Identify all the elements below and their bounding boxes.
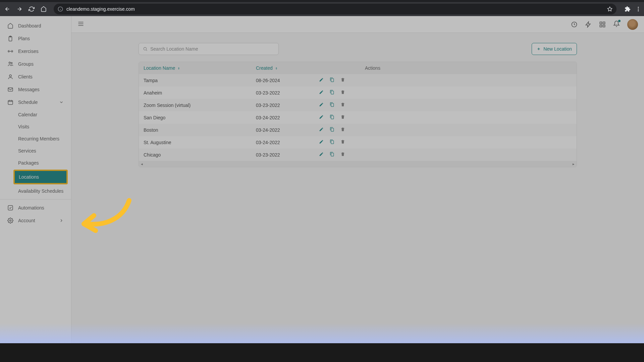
copy-button[interactable] xyxy=(330,127,334,133)
th-created[interactable]: Created xyxy=(256,65,365,71)
table-row: Zoom Session (virtual)03-23-2022 xyxy=(139,99,577,111)
sidebar-item-automations[interactable]: Automations xyxy=(0,201,71,214)
info-icon xyxy=(58,6,63,12)
delete-button[interactable] xyxy=(340,90,345,96)
edit-button[interactable] xyxy=(319,77,324,83)
delete-button[interactable] xyxy=(340,127,345,133)
delete-button[interactable] xyxy=(340,77,345,83)
edit-button[interactable] xyxy=(319,115,324,120)
notifications-button[interactable] xyxy=(613,20,620,28)
delete-button[interactable] xyxy=(340,102,345,108)
table-row: Tampa08-26-2024 xyxy=(139,74,577,86)
sidebar-item-label: Automations xyxy=(18,205,44,210)
svg-rect-12 xyxy=(8,205,13,210)
table-row: St. Augustine03-24-2022 xyxy=(139,136,577,148)
svg-point-8 xyxy=(11,62,12,64)
new-location-button[interactable]: New Location xyxy=(532,43,577,55)
svg-point-2 xyxy=(638,7,639,8)
cell-created: 08-26-2024 xyxy=(256,78,319,83)
cell-created: 03-23-2022 xyxy=(256,152,319,158)
bolt-icon[interactable] xyxy=(585,21,592,28)
sidebar-sub-visits[interactable]: Visits xyxy=(0,121,71,133)
cell-created: 03-24-2022 xyxy=(256,115,319,120)
forward-button[interactable] xyxy=(15,4,24,14)
sidebar-sub-availability[interactable]: Availability Schedules xyxy=(0,185,71,197)
edit-button[interactable] xyxy=(319,102,324,108)
sidebar-item-label: Exercises xyxy=(18,49,39,54)
edit-button[interactable] xyxy=(319,127,324,133)
sidebar-sub-packages[interactable]: Packages xyxy=(0,157,71,169)
th-actions: Actions xyxy=(365,65,380,71)
sidebar-sub-recurring[interactable]: Recurring Members xyxy=(0,133,71,145)
scroll-left-icon[interactable]: ◂ xyxy=(141,162,143,166)
sidebar-sub-calendar[interactable]: Calendar xyxy=(0,109,71,121)
cell-name: Chicago xyxy=(144,152,256,158)
sidebar-item-clients[interactable]: Clients xyxy=(0,70,71,83)
cell-name: Tampa xyxy=(144,78,256,83)
svg-point-7 xyxy=(9,62,11,64)
copy-button[interactable] xyxy=(330,139,334,145)
copy-button[interactable] xyxy=(330,115,334,120)
cell-name: St. Augustine xyxy=(144,140,256,145)
edit-button[interactable] xyxy=(319,139,324,145)
browser-toolbar: cleandemo.staging.exercise.com xyxy=(0,2,644,16)
user-icon xyxy=(7,74,13,80)
sidebar-item-plans[interactable]: Plans xyxy=(0,32,71,45)
copy-button[interactable] xyxy=(330,152,334,158)
th-location-name[interactable]: Location Name xyxy=(144,65,256,71)
url-text: cleandemo.staging.exercise.com xyxy=(66,6,135,12)
sidebar-sub-services[interactable]: Services xyxy=(0,145,71,157)
avatar[interactable] xyxy=(627,19,638,30)
star-icon[interactable] xyxy=(607,6,612,12)
dumbbell-icon xyxy=(7,48,13,54)
svg-point-19 xyxy=(144,47,146,50)
copy-button[interactable] xyxy=(330,77,334,83)
reload-button[interactable] xyxy=(27,4,36,14)
edit-button[interactable] xyxy=(319,90,324,96)
copy-button[interactable] xyxy=(330,102,334,108)
svg-rect-11 xyxy=(8,101,13,105)
check-icon xyxy=(7,205,13,211)
calendar-icon xyxy=(7,99,13,105)
svg-rect-18 xyxy=(603,25,605,27)
clipboard-icon xyxy=(7,36,13,42)
sidebar-item-dashboard[interactable]: Dashboard xyxy=(0,19,71,32)
extensions-icon[interactable] xyxy=(625,6,631,12)
back-button[interactable] xyxy=(3,4,12,14)
sidebar-item-messages[interactable]: Messages xyxy=(0,83,71,96)
delete-button[interactable] xyxy=(340,152,345,158)
groups-icon xyxy=(7,61,13,67)
copy-button[interactable] xyxy=(330,90,334,96)
sidebar-item-groups[interactable]: Groups xyxy=(0,58,71,70)
search-input-wrap[interactable] xyxy=(139,43,279,55)
search-icon xyxy=(143,47,148,51)
cell-name: Boston xyxy=(144,127,256,133)
svg-point-13 xyxy=(10,220,11,222)
home-button[interactable] xyxy=(39,4,48,14)
search-input[interactable] xyxy=(150,46,274,52)
cell-name: Anaheim xyxy=(144,90,256,96)
edit-button[interactable] xyxy=(319,152,324,158)
delete-button[interactable] xyxy=(340,115,345,120)
apps-icon[interactable] xyxy=(599,21,606,28)
sidebar-item-exercises[interactable]: Exercises xyxy=(0,45,71,58)
sidebar-item-schedule[interactable]: Schedule xyxy=(0,96,71,109)
sort-icon xyxy=(177,67,180,70)
menu-dots-icon[interactable] xyxy=(635,6,641,12)
sidebar-item-label: Dashboard xyxy=(18,23,41,28)
cell-created: 03-24-2022 xyxy=(256,127,319,133)
table-row: San Diego03-24-2022 xyxy=(139,111,577,124)
svg-point-4 xyxy=(638,10,639,11)
svg-rect-16 xyxy=(603,22,605,24)
cell-name: Zoom Session (virtual) xyxy=(144,103,256,108)
scroll-right-icon[interactable]: ▸ xyxy=(573,162,575,166)
sidebar-sub-locations[interactable]: Locations xyxy=(13,170,68,184)
svg-rect-17 xyxy=(600,25,602,27)
sidebar-item-label: Clients xyxy=(18,74,33,79)
delete-button[interactable] xyxy=(340,139,345,145)
sidebar-item-label: Account xyxy=(18,218,35,223)
clock-icon[interactable] xyxy=(571,21,578,28)
sidebar-item-account[interactable]: Account xyxy=(0,214,71,227)
hamburger-button[interactable] xyxy=(77,20,84,28)
url-bar[interactable]: cleandemo.staging.exercise.com xyxy=(54,4,616,14)
